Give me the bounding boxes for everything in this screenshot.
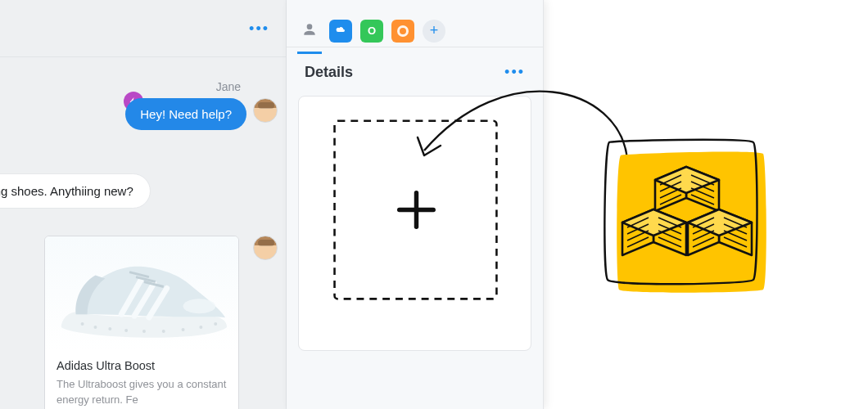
- product-title: Adidas Ultra Boost: [57, 359, 227, 372]
- product-image: [45, 236, 238, 351]
- outgoing-message-text: Hey! Need help?: [140, 107, 232, 121]
- add-app-button[interactable]: +: [423, 20, 445, 43]
- tab-app-orange[interactable]: [391, 20, 414, 43]
- app-tabs: O +: [287, 0, 543, 47]
- svg-point-15: [183, 299, 216, 313]
- cloud-icon: [334, 24, 347, 38]
- tab-green-letter: O: [368, 25, 376, 37]
- tab-app-green[interactable]: O: [360, 20, 383, 43]
- svg-point-1: [93, 326, 97, 329]
- tab-salesforce[interactable]: [329, 20, 352, 43]
- ring-icon: [397, 25, 409, 37]
- sender-name: Jane: [216, 80, 241, 93]
- details-header: Details •••: [287, 47, 543, 92]
- svg-point-7: [199, 326, 202, 329]
- app-package-illustration: [598, 134, 775, 306]
- svg-point-2: [108, 327, 111, 330]
- details-title: Details: [305, 64, 353, 81]
- drop-target-card[interactable]: [298, 96, 531, 351]
- svg-point-5: [162, 330, 165, 333]
- svg-point-4: [142, 330, 146, 333]
- avatar[interactable]: [253, 236, 278, 260]
- avatar[interactable]: [253, 98, 278, 123]
- svg-point-0: [81, 322, 84, 326]
- product-card-body: Adidas Ultra Boost The Ultraboost gives …: [45, 351, 238, 409]
- outgoing-message-bubble[interactable]: Hey! Need help?: [125, 98, 246, 130]
- person-icon: [301, 21, 318, 41]
- product-card[interactable]: Adidas Ultra Boost The Ultraboost gives …: [44, 236, 239, 409]
- product-description: The Ultraboost gives you a constant ener…: [57, 377, 227, 408]
- details-column: O + Details •••: [287, 0, 544, 409]
- tab-person[interactable]: [298, 20, 321, 43]
- chat-header: •••: [0, 0, 286, 57]
- chat-column: ••• Jane Hey! Need help? ning shoes. Any…: [0, 0, 287, 409]
- chat-header-menu[interactable]: •••: [249, 20, 269, 37]
- details-menu[interactable]: •••: [504, 64, 525, 81]
- incoming-message-bubble[interactable]: ning shoes. Anythiing new?: [0, 173, 151, 209]
- incoming-message-text: ning shoes. Anythiing new?: [0, 184, 133, 198]
- svg-point-6: [182, 328, 185, 331]
- plus-icon: +: [430, 22, 439, 39]
- svg-point-3: [124, 329, 128, 332]
- drop-target-illustration: [299, 97, 531, 349]
- svg-point-8: [214, 322, 217, 326]
